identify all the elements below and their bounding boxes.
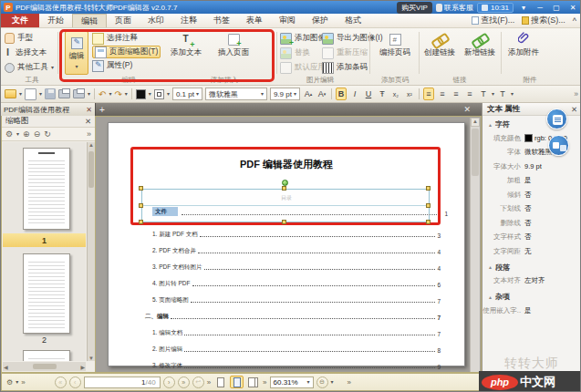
stroke-width-select[interactable]: 0.1 pt▾ (172, 88, 202, 100)
subscript-button[interactable]: x₂ (390, 88, 401, 100)
redo-icon[interactable]: ↷ (114, 89, 121, 99)
first-page-button[interactable]: « (55, 377, 67, 388)
find-button[interactable]: 查找(F)... (472, 15, 514, 26)
close-view-button[interactable]: ✕ (460, 103, 474, 116)
scroll-up-icon[interactable]: ▲ (88, 142, 95, 148)
maximize-button[interactable]: ▢ (550, 4, 563, 12)
add-attachment-button[interactable]: 添加附件 (508, 32, 539, 58)
print-icon[interactable] (58, 89, 70, 98)
font-family-select[interactable]: 微软雅黑▾ (205, 88, 267, 100)
chevron-down-icon[interactable]: ▾ (16, 131, 19, 137)
text-orientation-button[interactable]: T (497, 88, 508, 100)
rotate-page-icon[interactable]: ↻ (44, 129, 51, 139)
align-justify-button[interactable]: ≡ (464, 88, 475, 100)
chevron-down-icon[interactable]: ▾ (39, 91, 42, 97)
sidebar-horizontal-scrollbar[interactable]: ◀ ▶ (3, 362, 86, 371)
search-button[interactable]: 搜索(S)... (522, 15, 565, 26)
close-button[interactable]: ✕ (566, 4, 579, 12)
increase-font-button[interactable]: A▴ (303, 88, 314, 100)
strikethrough-button[interactable]: Ŧ (377, 88, 388, 100)
open-file-icon[interactable] (5, 89, 16, 98)
default-app-button[interactable]: 默认应用 (280, 61, 326, 74)
next-page-button[interactable]: › (163, 377, 175, 388)
buy-vip-button[interactable]: 购买VIP (397, 2, 432, 14)
page-thumbnail-1[interactable] (23, 148, 70, 230)
thumbnail-options-icon[interactable]: ⚙ (5, 129, 13, 139)
replace-image-button[interactable]: 替换 (280, 46, 326, 59)
page-thumbnail-2[interactable] (23, 253, 70, 334)
menu-file[interactable]: 文件 (1, 14, 39, 27)
prop-embedded-font[interactable]: 使用嵌入字..是 (482, 304, 581, 318)
more-chevron[interactable]: » (263, 378, 266, 387)
selection-handle[interactable] (139, 186, 143, 191)
chevron-down-icon[interactable]: ▾ (492, 91, 494, 97)
menu-page[interactable]: 页面 (107, 14, 140, 27)
chevron-down-icon[interactable]: ▾ (331, 379, 334, 385)
last-page-button[interactable]: » (178, 377, 190, 388)
more-chevron[interactable]: » (348, 378, 351, 387)
section-paragraph[interactable]: ▲段落 (482, 259, 581, 274)
menu-edit[interactable]: 编辑 (72, 14, 107, 27)
other-tools-button[interactable]: 其他工具▾ (5, 61, 54, 74)
menu-review[interactable]: 审阅 (271, 14, 304, 27)
italic-button[interactable]: I (349, 88, 360, 100)
chevron-down-icon[interactable]: ▾ (109, 91, 111, 97)
decrease-font-button[interactable]: A▾ (316, 88, 327, 100)
collapse-ribbon-button[interactable]: ^ (573, 16, 576, 26)
prop-strikethrough[interactable]: 删除线否 (482, 216, 581, 231)
scroll-down-icon[interactable]: ▼ (88, 356, 95, 361)
scroll-up-icon[interactable]: ▲ (471, 118, 480, 127)
prop-text-style[interactable]: 文字样式否 (482, 231, 581, 245)
hand-tool-button[interactable]: 手型 (5, 32, 54, 45)
chevron-down-icon[interactable]: ▾ (511, 91, 514, 97)
bold-button[interactable]: B (336, 88, 347, 100)
chevron-down-icon[interactable]: ▾ (88, 91, 90, 97)
selection-handle[interactable] (426, 186, 431, 191)
superscript-button[interactable]: x² (404, 88, 415, 100)
zoom-out-button[interactable]: ⊖ (316, 377, 328, 388)
menu-bookmark[interactable]: 书签 (205, 14, 238, 27)
scrollbar-thumb[interactable] (33, 364, 57, 369)
scrollbar-thumb[interactable] (472, 129, 479, 176)
toc-row[interactable]: 1. 新建 PDF 文档3 (152, 231, 441, 239)
menu-home[interactable]: 开始 (39, 14, 72, 27)
two-page-view-button[interactable] (246, 376, 260, 388)
prop-letter-spacing[interactable]: 文字间距无 (482, 244, 581, 259)
toc-row[interactable]: 2. PDF 文档合并4 (152, 247, 441, 255)
select-text-button[interactable]: 选择文本 (5, 46, 54, 59)
contact-support-button[interactable]: 联系客服 (436, 3, 473, 13)
toc-row[interactable]: 3. PDF 文档转图片4 (152, 263, 441, 272)
menu-annotate[interactable]: 注释 (172, 14, 205, 27)
prop-bold[interactable]: 加粗是 (482, 174, 581, 189)
toc-row[interactable]: 3. 修改字体9 (152, 362, 441, 370)
more-chevron[interactable]: » (21, 378, 25, 387)
previous-page-button[interactable]: ‹ (69, 377, 81, 388)
chevron-down-icon[interactable]: ▾ (16, 379, 18, 385)
document-tab[interactable]: PDF编辑器使用教程 ✕ (1, 103, 96, 116)
view-options-gear-icon[interactable]: ⚙ (6, 378, 13, 387)
sidebar-vertical-scrollbar[interactable]: ▲ ▼ (87, 142, 95, 361)
scroll-left-icon[interactable]: ◀ (4, 364, 8, 370)
thumbnail-zoom-out-icon[interactable]: ⊖ (34, 129, 41, 139)
underline-button[interactable]: U (363, 88, 374, 100)
new-link-button[interactable]: 新增链接 (464, 34, 495, 58)
more-tools-chevron[interactable]: » (574, 89, 578, 98)
new-tab-button[interactable]: + (96, 103, 109, 116)
close-panel-icon[interactable]: ✕ (571, 105, 577, 114)
actual-size-button[interactable] (213, 376, 227, 388)
save-icon[interactable] (45, 88, 56, 99)
selection-handle[interactable] (282, 186, 286, 191)
selected-page-label[interactable]: 1 (3, 233, 86, 247)
scrollbar-thumb[interactable] (88, 151, 94, 188)
pdf-page[interactable]: PDF 编辑器使用教程 目录 文件 1 1. 新建 PDF 文档3 2. PDF… (108, 122, 465, 366)
document-vertical-scrollbar[interactable]: ▲ (470, 118, 480, 372)
selection-handle[interactable] (139, 220, 143, 224)
fill-color-swatch[interactable] (136, 89, 146, 99)
prop-underline[interactable]: 下划线否 (482, 202, 581, 217)
single-page-view-button[interactable] (230, 376, 244, 388)
chevron-down-icon[interactable]: ▾ (149, 91, 151, 97)
arrange-page-number-button[interactable]: 编排页码 (373, 34, 417, 58)
printer-setup-icon[interactable] (73, 89, 85, 98)
window-menu-button[interactable]: ▾ (517, 4, 530, 12)
align-center-button[interactable]: ≡ (437, 88, 448, 100)
